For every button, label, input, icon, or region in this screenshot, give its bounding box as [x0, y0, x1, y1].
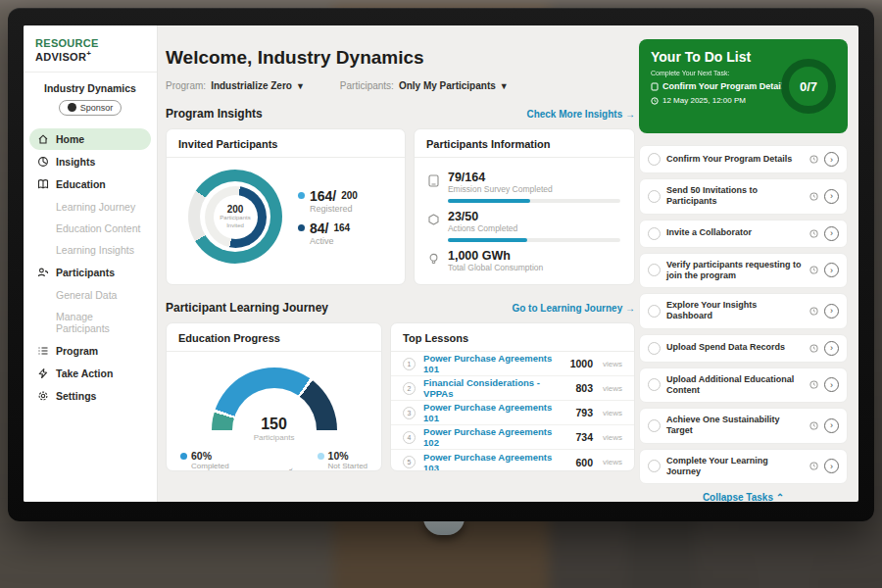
task-checkbox[interactable]	[648, 153, 661, 166]
todo-task-row[interactable]: Achieve One Sustainability Target ›	[639, 408, 848, 444]
lesson-link[interactable]: Power Purchase Agreements 101	[423, 402, 567, 423]
task-open-button[interactable]: ›	[824, 304, 839, 318]
sidebar-item-settings[interactable]: Settings	[29, 385, 151, 407]
todo-task-row[interactable]: Invite a Collaborator ›	[639, 220, 848, 248]
sidebar-nav: Home Insights Education Learning Journey…	[24, 125, 157, 410]
todo-hero-card: Your To Do List Complete Your Next Task:…	[639, 39, 848, 133]
donut-inner-ring: 200 Participants Invited	[205, 186, 267, 248]
learning-journey-header: Participant Learning Journey Go to Learn…	[166, 301, 635, 315]
actions-icon	[428, 214, 439, 225]
book-icon	[37, 178, 49, 190]
sidebar-item-learning-insights[interactable]: Learning Insights	[29, 239, 151, 261]
lesson-link[interactable]: Financial Considerations - VPPAs	[423, 377, 567, 399]
task-checkbox[interactable]	[648, 342, 661, 355]
legend-item-active: 84/164 Active	[298, 220, 358, 246]
clock-icon	[809, 266, 818, 274]
donut-center-label: Participants Invited	[214, 215, 258, 228]
clock-icon	[809, 344, 818, 353]
task-checkbox[interactable]	[648, 227, 661, 240]
lesson-link[interactable]: Power Purchase Agreements 103	[423, 452, 567, 472]
education-gauge-chart: 150 Participants	[212, 368, 337, 430]
lesson-rank: 2	[403, 382, 416, 395]
clock-icon	[809, 462, 818, 470]
sidebar-item-general-data[interactable]: General Data	[29, 284, 151, 306]
task-checkbox[interactable]	[648, 378, 661, 391]
lesson-views: 803	[575, 382, 593, 394]
todo-task-row[interactable]: Confirm Your Program Details ›	[639, 145, 848, 173]
chevron-right-icon: ›	[830, 155, 833, 165]
clock-icon	[809, 380, 818, 389]
sidebar: RESOURCE ADVISOR+ Industry Dynamics Spon…	[24, 25, 158, 502]
sidebar-item-education-content[interactable]: Education Content	[29, 218, 151, 239]
chevron-right-icon: ›	[830, 343, 833, 353]
invited-participants-card: Invited Participants 200 Participants In…	[166, 128, 406, 285]
survey-icon	[428, 174, 439, 187]
program-insights-header: Program Insights Check More Insights →	[166, 107, 635, 121]
logo-advisor: ADVISOR	[35, 51, 86, 63]
clock-icon	[809, 421, 818, 430]
todo-task-row[interactable]: Upload Spend Data Records ›	[639, 334, 848, 363]
filter-bar: Program:Industrialize Zero▼ Participants…	[166, 80, 635, 91]
todo-counter: 0/7	[800, 79, 817, 94]
task-checkbox[interactable]	[648, 190, 661, 203]
sidebar-item-take-action[interactable]: Take Action	[29, 363, 151, 384]
lesson-link[interactable]: Power Purchase Agreements 102	[423, 426, 567, 448]
sidebar-item-insights[interactable]: Insights	[29, 151, 151, 172]
lesson-rank: 1	[403, 358, 416, 370]
gauge-center: 150 Participants	[212, 416, 337, 442]
todo-task-row[interactable]: Explore Your Insights Dashboard ›	[639, 293, 848, 329]
todo-task-list: Confirm Your Program Details › Send 50 I…	[639, 145, 848, 484]
sidebar-item-home[interactable]: Home	[29, 128, 151, 150]
task-open-button[interactable]: ›	[824, 377, 839, 392]
lesson-rank: 4	[403, 431, 416, 444]
task-checkbox[interactable]	[648, 419, 661, 432]
task-open-button[interactable]: ›	[824, 152, 839, 167]
task-checkbox[interactable]	[648, 460, 661, 472]
todo-progress-ring: 0/7	[781, 59, 836, 114]
logo-plus: +	[86, 49, 91, 58]
gauge-value: 150	[212, 416, 337, 433]
action-icon	[37, 368, 49, 379]
program-filter-value: Industrialize Zero	[211, 80, 292, 91]
journey-cards-row: Education Progress 150 Participants 60% …	[166, 322, 635, 471]
task-checkbox[interactable]	[648, 264, 661, 276]
sponsor-badge[interactable]: Sponsor	[59, 100, 122, 116]
sidebar-item-manage-participants[interactable]: Manage Participants	[29, 306, 151, 339]
lesson-row: 4 Power Purchase Agreements 102 734views	[391, 425, 634, 450]
task-open-button[interactable]: ›	[824, 189, 839, 204]
card-title: Education Progress	[167, 323, 381, 352]
task-open-button[interactable]: ›	[824, 418, 839, 433]
app-logo: RESOURCE ADVISOR+	[24, 25, 157, 73]
task-open-button[interactable]: ›	[824, 341, 839, 356]
todo-task-row[interactable]: Send 50 Invitations to Participants ›	[639, 178, 848, 215]
sidebar-item-program[interactable]: Program	[29, 340, 151, 362]
donut-gap: 200 Participants Invited	[200, 181, 270, 252]
sidebar-item-participants[interactable]: Participants	[29, 262, 151, 283]
sidebar-item-learning-journey[interactable]: Learning Journey	[29, 196, 151, 218]
background-top-strip	[0, 0, 882, 6]
collapse-tasks-link[interactable]: Collapse Tasks ⌃	[639, 492, 848, 502]
stat-actions-completed: 23/50 Actions Completed	[428, 210, 620, 242]
participants-filter[interactable]: Participants:Only My Participants▼	[340, 80, 509, 91]
legend-item-registered: 164/200 Registered	[298, 188, 358, 214]
go-to-learning-journey-link[interactable]: Go to Learning Journey →	[512, 303, 635, 314]
task-checkbox[interactable]	[648, 305, 661, 318]
chevron-right-icon: ›	[830, 191, 833, 201]
info-card-body: 79/164 Emission Survey Completed 23/50 A…	[415, 158, 634, 278]
top-lessons-card: Top Lessons 1 Power Purchase Agreements …	[390, 322, 635, 471]
check-more-insights-link[interactable]: Check More Insights →	[526, 109, 635, 120]
todo-task-row[interactable]: Complete Your Learning Journey ›	[639, 449, 848, 485]
sidebar-item-label: Education	[56, 178, 106, 190]
lesson-link[interactable]: Power Purchase Agreements 101	[423, 353, 563, 374]
program-filter[interactable]: Program:Industrialize Zero▼	[166, 80, 305, 91]
clock-icon	[809, 155, 818, 164]
sidebar-item-education[interactable]: Education	[29, 173, 151, 195]
task-open-button[interactable]: ›	[824, 226, 839, 241]
task-open-button[interactable]: ›	[824, 263, 839, 277]
invited-card-body: 200 Participants Invited 164/200	[167, 158, 405, 273]
clock-icon	[809, 307, 818, 316]
todo-task-row[interactable]: Verify participants requesting to join t…	[639, 253, 848, 289]
todo-task-row[interactable]: Upload Additional Educational Content ›	[639, 368, 848, 404]
task-open-button[interactable]: ›	[824, 459, 839, 473]
home-icon	[37, 133, 49, 145]
